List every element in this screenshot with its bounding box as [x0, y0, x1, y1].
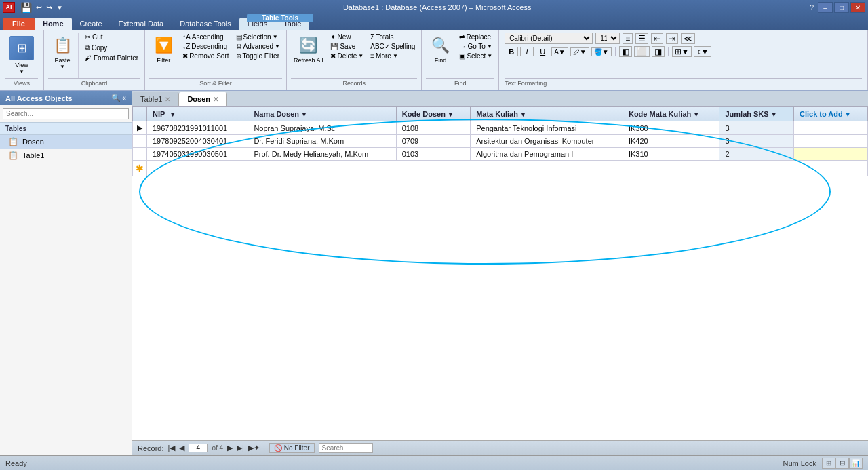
align-center-btn[interactable]: ⬜ [634, 46, 650, 57]
nav-new-btn[interactable]: ▶✦ [248, 444, 260, 452]
totals-btn[interactable]: Σ Totals [368, 33, 417, 41]
mata-kuliah-filter-icon[interactable]: ▼ [520, 111, 526, 118]
nav-search-toggle[interactable]: 🔍 [111, 94, 121, 102]
row-height-btn[interactable]: ↕▼ [694, 46, 711, 57]
nav-pane-header[interactable]: All Access Objects 🔍 « [0, 91, 132, 105]
cell-new-jumlah[interactable] [793, 148, 867, 161]
refresh-all-btn[interactable]: 🔄 Refresh All [291, 33, 326, 65]
more-btn[interactable]: ≡ More ▼ [368, 52, 417, 60]
tab-database-tools[interactable]: Database Tools [172, 18, 239, 30]
tab-table1-close[interactable]: ✕ [165, 96, 170, 103]
view-btn[interactable]: ⊞ View ▼ [5, 35, 38, 76]
spelling-btn[interactable]: ABC✓ Spelling [368, 42, 417, 51]
underline-btn[interactable]: U [536, 47, 549, 56]
delete-label: Delete [337, 52, 357, 60]
nama-filter-icon[interactable]: ▼ [301, 111, 307, 118]
col-mata-kuliah[interactable]: Mata Kuliah ▼ [471, 107, 623, 121]
indent-more-btn[interactable]: ⇥ [666, 33, 678, 44]
paste-dropdown[interactable]: ▼ [60, 64, 65, 70]
descending-btn[interactable]: ↓Z Descending [180, 42, 231, 51]
format-painter-btn[interactable]: 🖌 Format Painter [83, 54, 140, 62]
nav-item-dosen[interactable]: 📋 Dosen [0, 135, 132, 149]
view-pivottable-btn[interactable]: ⊟ [835, 458, 849, 469]
tab-dosen[interactable]: Dosen ✕ [179, 92, 227, 106]
col-click-to-add[interactable]: Click to Add ▼ [793, 107, 867, 121]
cut-btn[interactable]: ✂ Cut [83, 33, 140, 41]
kode-mk-filter-icon[interactable]: ▼ [693, 111, 699, 118]
align-left-btn[interactable]: ◧ [619, 46, 632, 57]
nav-next-btn[interactable]: ▶ [227, 444, 233, 452]
tab-home[interactable]: Home [35, 18, 72, 30]
nip-filter-icon[interactable]: ▼ [170, 111, 176, 118]
bold-btn[interactable]: B [505, 47, 518, 56]
customize-btn[interactable]: ▼ [55, 4, 64, 12]
table-row[interactable]: 197405031990030501 Prof. Dr. Medy Helian… [133, 148, 868, 161]
table-row[interactable]: ▶ 196708231991011001 Nopran Suprajaya, M… [133, 121, 868, 135]
tab-file[interactable]: File [3, 18, 35, 30]
font-selector[interactable]: Calibri (Detail) [505, 33, 593, 44]
close-btn[interactable]: ✕ [850, 2, 865, 13]
save-ribbon-btn[interactable]: 💾 Save [328, 42, 366, 51]
toggle-filter-icon: ⊕ [236, 52, 241, 60]
align-right-btn[interactable]: ◨ [652, 46, 665, 57]
paste-btn[interactable]: 📋 Paste ▼ [48, 33, 79, 78]
nav-search-input[interactable] [3, 108, 129, 119]
save-quick-btn[interactable]: 💾 [19, 2, 33, 13]
jumlah-filter-icon[interactable]: ▼ [771, 111, 777, 118]
list-btn[interactable]: ☰ [635, 33, 648, 44]
filter-btn[interactable]: 🔽 Filter [149, 33, 178, 78]
font-size-selector[interactable]: 11 [595, 33, 620, 44]
ascending-btn[interactable]: ↑A Ascending [180, 33, 231, 41]
view-pivotchart-btn[interactable]: 📊 [849, 458, 863, 469]
italic-btn[interactable]: I [520, 47, 534, 56]
view-dropdown-icon[interactable]: ▼ [19, 68, 24, 75]
nav-first-btn[interactable]: |◀ [168, 444, 176, 452]
toggle-filter-btn[interactable]: ⊕ Toggle Filter [234, 52, 282, 60]
replace-btn[interactable]: ⇄ Replace [457, 33, 494, 41]
font-color-btn[interactable]: A▼ [551, 47, 568, 56]
new-row[interactable]: ✱ [133, 161, 868, 176]
numbering-btn[interactable]: ≡ [623, 33, 633, 44]
filter-indicator[interactable]: 🚫 No Filter [269, 443, 315, 453]
tab-dosen-close[interactable]: ✕ [213, 96, 218, 103]
col-jumlah-sks[interactable]: Jumlah SKS ▼ [719, 107, 794, 121]
help-btn[interactable]: ? [810, 4, 814, 12]
status-search-input[interactable] [319, 443, 373, 453]
nav-collapse-btn[interactable]: « [122, 94, 126, 102]
maximize-btn[interactable]: □ [834, 2, 849, 13]
view-datasheet-btn[interactable]: ⊞ [822, 458, 835, 469]
indent-less-btn[interactable]: ⇤ [651, 33, 663, 44]
extra-format-btn[interactable]: ≪ [681, 33, 695, 44]
tab-external-data[interactable]: External Data [111, 18, 172, 30]
fill-color-btn[interactable]: 🪣▼ [591, 47, 612, 56]
new-btn[interactable]: ✦ New [328, 33, 366, 41]
selection-btn[interactable]: ▤ Selection ▼ [234, 33, 282, 41]
highlight-btn[interactable]: 🖊▼ [570, 47, 589, 56]
paste-label: Paste [54, 57, 70, 64]
record-number-input[interactable] [189, 444, 208, 452]
advanced-btn[interactable]: ⚙ Advanced ▼ [234, 42, 282, 51]
select-btn[interactable]: ▣ Select ▼ [457, 52, 494, 60]
remove-sort-btn[interactable]: ✖ Remove Sort [180, 52, 231, 60]
delete-btn[interactable]: ✖ Delete ▼ [328, 52, 366, 60]
minimize-btn[interactable]: – [818, 2, 833, 13]
tab-create[interactable]: Create [72, 18, 111, 30]
col-nama-dosen[interactable]: Nama Dosen ▼ [248, 107, 396, 121]
col-nip[interactable]: NIP ▼ [147, 107, 248, 121]
redo-btn[interactable]: ↪ [45, 3, 54, 12]
undo-btn[interactable]: ↩ [35, 3, 43, 12]
goto-btn[interactable]: → Go To ▼ [457, 42, 494, 51]
col-kode-mk[interactable]: Kode Mata Kuliah ▼ [623, 107, 719, 121]
nav-prev-btn[interactable]: ◀ [179, 444, 184, 452]
tab-table1[interactable]: Table1 ✕ [132, 92, 179, 106]
cell-nama-2: Dr. Feridi Supriana, M.Kom [248, 135, 396, 148]
nav-last-btn[interactable]: ▶| [237, 444, 244, 452]
grid-lines-btn[interactable]: ⊞▼ [672, 46, 692, 57]
table-row[interactable]: 197809252004030401 Dr. Feridi Supriana, … [133, 135, 868, 148]
find-btn[interactable]: 🔍 Find [426, 33, 454, 65]
content-area: Table1 ✕ Dosen ✕ NIP ▼ [132, 91, 868, 455]
nav-item-table1[interactable]: 📋 Table1 [0, 149, 132, 162]
col-kode-dosen[interactable]: Kode Dosen ▼ [396, 107, 470, 121]
copy-btn[interactable]: ⧉ Copy [83, 43, 140, 52]
kode-dosen-filter-icon[interactable]: ▼ [448, 111, 454, 118]
